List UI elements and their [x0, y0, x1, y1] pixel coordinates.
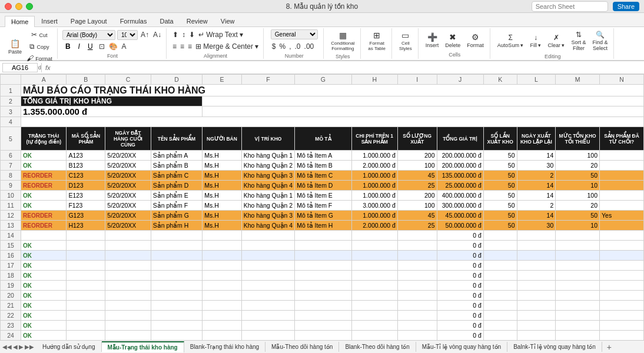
- align-bottom-button[interactable]: ⬇: [188, 29, 196, 40]
- fill-button[interactable]: ↓ Fill ▾: [527, 32, 543, 49]
- col-header-cost[interactable]: CHI PHÍ TRÊN 1 SẢN PHẨM: [351, 127, 397, 151]
- col-m-header[interactable]: M: [556, 75, 600, 85]
- currency-button[interactable]: $: [271, 41, 277, 52]
- align-center-button[interactable]: ≡: [179, 41, 185, 52]
- percent-button[interactable]: %: [278, 41, 287, 52]
- cell-styles-button[interactable]: ▭ CellStyles: [397, 29, 414, 52]
- col-header-sku[interactable]: MÃ SỐ SẢN PHẨM: [67, 127, 105, 151]
- sheet-tab-guide[interactable]: Hướng dẫn sử dụng: [36, 342, 102, 352]
- row-5-header[interactable]: 5: [1, 127, 21, 151]
- location[interactable]: Kho hàng Quận 1: [241, 151, 294, 161]
- sort-filter-button[interactable]: ⇅ Sort &Filter: [569, 29, 588, 52]
- tab-prev-arrow[interactable]: ◀◀: [2, 344, 12, 350]
- row-4-header[interactable]: 4: [1, 117, 21, 127]
- col-e-header[interactable]: E: [203, 75, 241, 85]
- col-header-rejected[interactable]: SẢN PHẨM ĐÃ TỪ CHỐI?: [600, 127, 644, 151]
- subtitle-cell[interactable]: TỔNG GIÁ TRỊ KHO HÀNG: [21, 96, 203, 106]
- col-header-date[interactable]: NGÀY ĐẶT HÀNG CUỐI CÙNG: [105, 127, 151, 151]
- status-reorder[interactable]: REORDER: [21, 181, 67, 191]
- sheet-tab-blank-trang-thai[interactable]: Blank-Trạng thái kho hàng: [184, 342, 265, 352]
- tab-home[interactable]: Home: [5, 16, 35, 27]
- desc[interactable]: Mô tả Item A: [295, 151, 352, 161]
- dec-decrease-button[interactable]: .00: [303, 41, 316, 52]
- tab-next-arrow[interactable]: ▶▶: [25, 344, 34, 350]
- format-cells-button[interactable]: ⚙ Format: [464, 31, 486, 49]
- row-8-header[interactable]: 8: [1, 171, 21, 181]
- sheet-tab-mau-theo-doi[interactable]: Mẫu-Theo dõi hàng tồn: [265, 342, 339, 352]
- tab-review[interactable]: Review: [180, 15, 214, 26]
- status-reorder[interactable]: REORDER: [21, 221, 67, 231]
- status-ok[interactable]: OK: [21, 201, 67, 211]
- tab-view[interactable]: View: [214, 15, 241, 26]
- col-b-header[interactable]: B: [67, 75, 105, 85]
- tab-page-layout[interactable]: Page Layout: [64, 15, 114, 26]
- align-middle-button[interactable]: ↕: [181, 29, 187, 40]
- col-c-header[interactable]: C: [105, 75, 151, 85]
- status-ok[interactable]: OK: [21, 161, 67, 171]
- col-header-reorder-date[interactable]: NGÀY XUẤT KHO LẶP LẠI: [517, 127, 556, 151]
- number-format-select[interactable]: General: [271, 29, 318, 39]
- sheet-tab-mau-trang-thai[interactable]: Mẫu-Trạng thái kho hàng: [102, 341, 184, 352]
- col-l-header[interactable]: L: [517, 75, 556, 85]
- col-header-name[interactable]: TÊN SẢN PHẨM: [151, 127, 203, 151]
- add-sheet-button[interactable]: +: [602, 341, 616, 354]
- increase-font-button[interactable]: A↑: [140, 29, 150, 40]
- sku[interactable]: A123: [67, 151, 105, 161]
- minimize-button[interactable]: [15, 3, 22, 10]
- font-family-select[interactable]: Arial (Body): [62, 30, 115, 40]
- comma-button[interactable]: ,: [288, 41, 292, 52]
- clear-button[interactable]: ✗ Clear ▾: [545, 32, 567, 49]
- col-n-header[interactable]: N: [600, 75, 644, 85]
- col-i-header[interactable]: I: [397, 75, 437, 85]
- col-a-header[interactable]: A: [21, 75, 67, 85]
- merge-center-button[interactable]: ⊞ Merge & Center ▾: [194, 41, 260, 52]
- tab-next-one[interactable]: ▶: [19, 344, 24, 350]
- formula-input[interactable]: [53, 64, 642, 72]
- format-as-table-button[interactable]: ⊞ Formatas Table: [366, 29, 388, 52]
- col-header-location[interactable]: VỊ TRÍ KHO: [241, 127, 294, 151]
- date[interactable]: 5/20/20XX: [105, 151, 151, 161]
- fill-color-button[interactable]: 🎨: [108, 41, 119, 52]
- autosum-button[interactable]: Σ AutoSum ▾: [495, 32, 526, 49]
- row-9-header[interactable]: 9: [1, 181, 21, 191]
- total[interactable]: 200.000.000 đ: [437, 151, 483, 161]
- search-input[interactable]: [532, 1, 608, 12]
- total-value-cell[interactable]: 1.355.000.000 đ: [21, 106, 203, 117]
- maximize-button[interactable]: [26, 3, 33, 10]
- row-2-header[interactable]: 2: [1, 96, 21, 106]
- align-right-button[interactable]: ≡: [187, 41, 193, 52]
- row-3-header[interactable]: 3: [1, 106, 21, 117]
- font-color-button[interactable]: A: [121, 41, 128, 52]
- col-header-total[interactable]: TỔNG GIÁ TRỊ: [437, 127, 483, 151]
- exports[interactable]: 50: [483, 151, 517, 161]
- sheet-tab-blank-ti-le[interactable]: Balnk-Tỉ lệ vòng quay hàng tồn: [507, 342, 602, 352]
- row-10-header[interactable]: 10: [1, 191, 21, 201]
- status-ok[interactable]: OK: [21, 151, 67, 161]
- underline-button[interactable]: U: [85, 41, 96, 52]
- col-f-header[interactable]: F: [241, 75, 294, 85]
- col-header-seller[interactable]: NGƯỜI BÁN: [203, 127, 241, 151]
- reorder-date[interactable]: 14: [517, 151, 556, 161]
- align-top-button[interactable]: ⬆: [171, 29, 180, 40]
- col-g-header[interactable]: G: [295, 75, 352, 85]
- sheet-tab-mau-ti-le[interactable]: Mẫu-Tỉ lệ vòng quay hàng tồn: [416, 342, 507, 352]
- sheet-area[interactable]: A B C D E F G H I J K L M N: [0, 74, 644, 340]
- format-button[interactable]: 🖌 Format: [25, 53, 54, 64]
- row-12-header[interactable]: 12: [1, 211, 21, 221]
- min-stock[interactable]: 100: [556, 151, 600, 161]
- close-button[interactable]: [5, 3, 12, 10]
- col-d-header[interactable]: D: [151, 75, 203, 85]
- product-name[interactable]: Sản phẩm A: [151, 151, 203, 161]
- col-header-desc[interactable]: MÔ TẢ: [295, 127, 352, 151]
- wrap-text-button[interactable]: ↵ Wrap Text ▾: [197, 29, 244, 40]
- col-j-header[interactable]: J: [437, 75, 483, 85]
- share-button[interactable]: Share: [613, 2, 639, 11]
- cut-button[interactable]: ✂ Cut: [25, 29, 54, 40]
- status-reorder[interactable]: REORDER: [21, 211, 67, 221]
- empty-cell[interactable]: [203, 106, 644, 117]
- copy-button[interactable]: ⧉ Copy: [25, 41, 54, 52]
- border-button[interactable]: ⊡: [98, 41, 106, 52]
- row-7-header[interactable]: 7: [1, 161, 21, 171]
- cell-reference-input[interactable]: [2, 63, 38, 72]
- sheet-title[interactable]: MẪU BÁO CÁO TRẠNG THÁI KHO HÀNG: [21, 85, 644, 96]
